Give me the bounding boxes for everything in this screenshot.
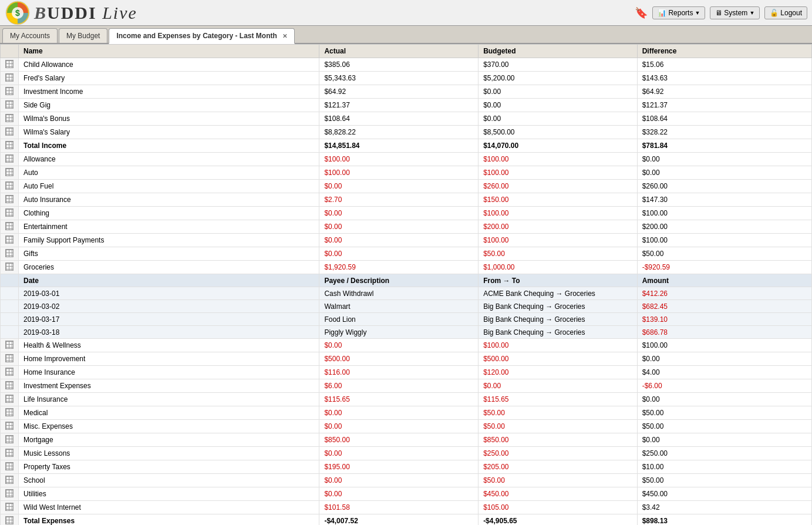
detail-payee: Food Lion	[319, 313, 479, 326]
row-budgeted: $5,200.00	[479, 72, 638, 85]
tab-my-budget-label: My Budget	[66, 32, 100, 40]
row-diff: $781.84	[637, 139, 811, 153]
row-icon-cell[interactable]	[1, 261, 19, 274]
row-budgeted: $50.00	[479, 406, 638, 420]
row-icon-cell[interactable]	[1, 193, 19, 207]
table-row: Mortgage$850.00$850.00$0.00	[1, 433, 812, 447]
row-name: Clothing	[19, 207, 319, 220]
detail-empty	[1, 300, 19, 313]
table-row: Utilities$0.00$450.00$450.00	[1, 487, 812, 501]
logo-icon: $ $	[5, 0, 31, 26]
row-icon-cell[interactable]	[1, 420, 19, 433]
table-row: Auto Fuel$0.00$260.00$260.00	[1, 180, 812, 193]
row-icon-cell[interactable]	[1, 85, 19, 99]
row-actual: $0.00	[319, 220, 479, 234]
row-icon-cell[interactable]	[1, 58, 19, 72]
logout-label: Logout	[780, 9, 802, 17]
logo-text: BUDDI Live	[34, 3, 137, 23]
row-name: Child Allowance	[19, 58, 319, 72]
reports-button[interactable]: 📊 Reports ▼	[652, 6, 705, 19]
grid-icon	[5, 354, 14, 362]
row-icon-cell[interactable]	[1, 514, 19, 526]
row-actual: $0.00	[319, 180, 479, 193]
row-icon-cell[interactable]	[1, 339, 19, 352]
row-icon-cell[interactable]	[1, 393, 19, 406]
logout-button[interactable]: 🔓 Logout	[764, 6, 807, 19]
row-name: Misc. Expenses	[19, 420, 319, 433]
grid-icon	[5, 476, 14, 484]
table-row: Total Expenses-$4,007.52-$4,905.65$898.1…	[1, 514, 812, 526]
row-icon-cell[interactable]	[1, 366, 19, 379]
detail-header-row: DatePayee / DescriptionFrom → ToAmount	[1, 274, 812, 287]
row-icon-cell[interactable]	[1, 153, 19, 166]
row-budgeted: $200.00	[479, 220, 638, 234]
detail-row: 2019-03-18Piggly WigglyBig Bank Chequing…	[1, 326, 812, 339]
row-icon-cell[interactable]	[1, 234, 19, 247]
system-label: System	[724, 9, 747, 17]
row-budgeted: $0.00	[479, 85, 638, 99]
row-diff: $50.00	[637, 420, 811, 433]
tab-income-expenses[interactable]: Income and Expenses by Category - Last M…	[109, 28, 295, 44]
row-actual: $1,920.59	[319, 261, 479, 274]
detail-payee-header: Payee / Description	[319, 274, 479, 287]
row-name: Groceries	[19, 261, 319, 274]
header-budgeted: Budgeted	[479, 45, 638, 58]
row-icon-cell[interactable]	[1, 487, 19, 501]
detail-empty	[1, 287, 19, 300]
row-actual: $0.00	[319, 420, 479, 433]
row-icon-cell[interactable]	[1, 352, 19, 366]
row-actual: $115.65	[319, 393, 479, 406]
row-diff: $260.00	[637, 180, 811, 193]
table-row: Groceries$1,920.59$1,000.00-$920.59	[1, 261, 812, 274]
report-table: Name Actual Budgeted Difference Child Al…	[0, 44, 812, 525]
row-icon-cell[interactable]	[1, 447, 19, 460]
row-icon-cell[interactable]	[1, 406, 19, 420]
row-budgeted: $120.00	[479, 366, 638, 379]
bookmark-icon: 🔖	[635, 6, 648, 19]
row-budgeted: $100.00	[479, 166, 638, 180]
tab-my-budget[interactable]: My Budget	[59, 28, 107, 43]
row-icon-cell[interactable]	[1, 474, 19, 487]
row-actual: $116.00	[319, 366, 479, 379]
row-name: Health & Wellness	[19, 339, 319, 352]
table-row: Property Taxes$195.00$205.00$10.00	[1, 460, 812, 474]
table-row: School$0.00$50.00$50.00	[1, 474, 812, 487]
close-icon[interactable]: ✕	[282, 33, 287, 39]
row-actual: $121.37	[319, 99, 479, 112]
row-icon-cell[interactable]	[1, 501, 19, 514]
row-actual: $0.00	[319, 207, 479, 220]
row-icon-cell[interactable]	[1, 112, 19, 126]
row-icon-cell[interactable]	[1, 247, 19, 261]
system-button[interactable]: 🖥 System ▼	[710, 6, 760, 19]
table-row: Side Gig$121.37$0.00$121.37	[1, 99, 812, 112]
row-budgeted: $0.00	[479, 379, 638, 393]
row-name: Auto	[19, 166, 319, 180]
row-actual: $8,828.22	[319, 126, 479, 139]
row-name: Auto Fuel	[19, 180, 319, 193]
table-row: Child Allowance$385.06$370.00$15.06	[1, 58, 812, 72]
reports-dropdown-icon: ▼	[695, 10, 700, 16]
row-icon-cell[interactable]	[1, 166, 19, 180]
row-actual: $0.00	[319, 474, 479, 487]
table-header-row: Name Actual Budgeted Difference	[1, 45, 812, 58]
row-icon-cell[interactable]	[1, 207, 19, 220]
grid-icon	[5, 60, 14, 68]
row-icon-cell[interactable]	[1, 72, 19, 85]
row-budgeted: $50.00	[479, 420, 638, 433]
table-row: Investment Expenses$6.00$0.00-$6.00	[1, 379, 812, 393]
row-budgeted: $8,500.00	[479, 126, 638, 139]
row-icon-cell[interactable]	[1, 126, 19, 139]
row-icon-cell[interactable]	[1, 99, 19, 112]
row-icon-cell[interactable]	[1, 180, 19, 193]
header-name: Name	[19, 45, 319, 58]
row-icon-cell[interactable]	[1, 460, 19, 474]
tab-my-accounts[interactable]: My Accounts	[2, 28, 58, 43]
row-icon-cell[interactable]	[1, 433, 19, 447]
grid-icon	[5, 422, 14, 430]
header-diff: Difference	[637, 45, 811, 58]
row-icon-cell[interactable]	[1, 379, 19, 393]
table-row: Clothing$0.00$100.00$100.00	[1, 207, 812, 220]
row-icon-cell[interactable]	[1, 139, 19, 153]
row-name: Family Support Payments	[19, 234, 319, 247]
row-icon-cell[interactable]	[1, 220, 19, 234]
